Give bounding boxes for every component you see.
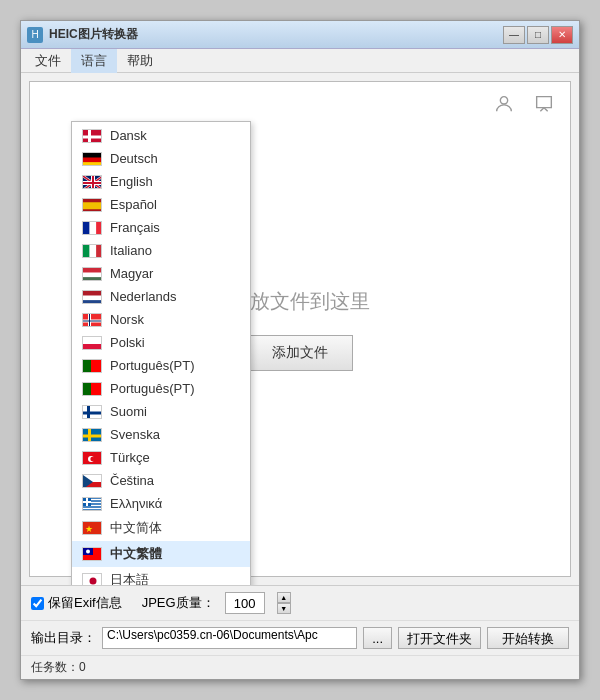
- output-label: 输出目录：: [31, 629, 96, 647]
- language-label-zh-tw: 中文繁體: [110, 545, 162, 563]
- svg-point-0: [500, 97, 507, 104]
- menu-file[interactable]: 文件: [25, 49, 71, 73]
- options-row: 保留Exif信息 JPEG质量： ▲ ▼: [21, 586, 579, 621]
- main-window: H HEIC图片转换器 — □ ✕ 文件 语言 帮助: [20, 20, 580, 680]
- output-row: 输出目录： C:\Users\pc0359.cn-06\Documents\Ap…: [21, 621, 579, 656]
- status-bar: 任务数：0: [21, 656, 579, 679]
- svg-text:★: ★: [85, 524, 93, 534]
- language-item-cs[interactable]: Čeština: [72, 469, 250, 492]
- add-file-button[interactable]: 添加文件: [247, 335, 353, 371]
- title-bar: H HEIC图片转换器 — □ ✕: [21, 21, 579, 49]
- svg-rect-22: [83, 245, 90, 258]
- svg-rect-30: [83, 300, 102, 304]
- svg-rect-44: [83, 411, 102, 414]
- language-item-br[interactable]: Português(PT): [72, 377, 250, 400]
- language-item-zh-tw[interactable]: 中文繁體: [72, 541, 250, 567]
- svg-rect-19: [83, 222, 90, 235]
- svg-rect-27: [83, 277, 102, 281]
- bottom-bar: 保留Exif信息 JPEG质量： ▲ ▼ 输出目录： C:\Users\pc03…: [21, 585, 579, 679]
- maximize-button[interactable]: □: [527, 26, 549, 44]
- svg-rect-4: [83, 153, 102, 158]
- svg-rect-37: [83, 344, 102, 350]
- language-label-es: Español: [110, 197, 157, 212]
- svg-rect-20: [90, 222, 97, 235]
- language-item-en[interactable]: English: [72, 170, 250, 193]
- language-label-sv: Svenska: [110, 427, 160, 442]
- task-count: 任务数：0: [31, 659, 86, 676]
- language-item-zh-cn[interactable]: ★中文简体: [72, 515, 250, 541]
- svg-point-50: [90, 456, 94, 460]
- quality-spinner: ▲ ▼: [277, 592, 291, 614]
- menu-help[interactable]: 帮助: [117, 49, 163, 73]
- language-label-br: Português(PT): [110, 381, 195, 396]
- language-item-fr[interactable]: Français: [72, 216, 250, 239]
- svg-rect-39: [83, 360, 91, 373]
- language-dropdown: DanskDeutschEnglishEspañolFrançaisItalia…: [71, 121, 251, 585]
- svg-rect-28: [83, 291, 102, 296]
- svg-rect-29: [83, 295, 102, 300]
- open-folder-button[interactable]: 打开文件夹: [398, 627, 481, 649]
- start-convert-button[interactable]: 开始转换: [487, 627, 569, 649]
- svg-rect-35: [83, 320, 102, 321]
- minimize-button[interactable]: —: [503, 26, 525, 44]
- language-label-pt: Português(PT): [110, 358, 195, 373]
- svg-rect-6: [83, 162, 102, 166]
- svg-rect-41: [83, 383, 91, 396]
- svg-rect-17: [83, 202, 102, 209]
- svg-rect-21: [96, 222, 102, 235]
- language-item-hu[interactable]: Magyar: [72, 262, 250, 285]
- svg-rect-24: [96, 245, 102, 258]
- language-label-no: Norsk: [110, 312, 144, 327]
- language-item-es[interactable]: Español: [72, 193, 250, 216]
- quality-down-button[interactable]: ▼: [277, 603, 291, 614]
- language-label-fr: Français: [110, 220, 160, 235]
- language-item-it[interactable]: Italiano: [72, 239, 250, 262]
- chat-icon[interactable]: [530, 90, 558, 118]
- drop-zone-text: 拖放文件到这里: [230, 288, 370, 315]
- output-path-display: C:\Users\pc0359.cn-06\Documents\Apc: [102, 627, 357, 649]
- exif-checkbox-label[interactable]: 保留Exif信息: [31, 594, 122, 612]
- svg-rect-26: [83, 272, 102, 277]
- language-label-da: Dansk: [110, 128, 147, 143]
- language-item-da[interactable]: Dansk: [72, 124, 250, 147]
- language-item-fi[interactable]: Suomi: [72, 400, 250, 423]
- language-label-fi: Suomi: [110, 404, 147, 419]
- language-item-pl[interactable]: Polski: [72, 331, 250, 354]
- svg-rect-23: [90, 245, 97, 258]
- language-label-ja: 日本語: [110, 571, 149, 585]
- menu-language[interactable]: 语言: [71, 49, 117, 73]
- language-item-nl[interactable]: Nederlands: [72, 285, 250, 308]
- user-icon[interactable]: [490, 90, 518, 118]
- language-item-ja[interactable]: 日本語: [72, 567, 250, 585]
- language-label-de: Deutsch: [110, 151, 158, 166]
- language-item-pt[interactable]: Português(PT): [72, 354, 250, 377]
- svg-rect-18: [83, 209, 102, 212]
- language-item-el[interactable]: Ελληνικά: [72, 492, 250, 515]
- svg-rect-61: [83, 501, 91, 503]
- close-button[interactable]: ✕: [551, 26, 573, 44]
- window-title: HEIC图片转换器: [49, 26, 138, 43]
- language-label-hu: Magyar: [110, 266, 153, 281]
- svg-rect-16: [83, 199, 102, 203]
- exif-checkbox[interactable]: [31, 597, 44, 610]
- svg-rect-47: [83, 434, 102, 437]
- language-label-zh-cn: 中文简体: [110, 519, 162, 537]
- header-icons: [490, 90, 558, 118]
- language-label-it: Italiano: [110, 243, 152, 258]
- language-label-cs: Čeština: [110, 473, 154, 488]
- svg-rect-5: [83, 157, 102, 162]
- app-icon: H: [27, 27, 43, 43]
- svg-point-66: [86, 550, 90, 554]
- language-item-de[interactable]: Deutsch: [72, 147, 250, 170]
- svg-rect-25: [83, 268, 102, 273]
- language-label-el: Ελληνικά: [110, 496, 162, 511]
- language-item-no[interactable]: Norsk: [72, 308, 250, 331]
- quality-input[interactable]: [225, 592, 265, 614]
- title-buttons: — □ ✕: [503, 26, 573, 44]
- language-item-sv[interactable]: Svenska: [72, 423, 250, 446]
- quality-up-button[interactable]: ▲: [277, 592, 291, 603]
- language-item-tr[interactable]: Türkçe: [72, 446, 250, 469]
- svg-point-68: [90, 578, 97, 585]
- browse-button[interactable]: ...: [363, 627, 392, 649]
- language-label-en: English: [110, 174, 153, 189]
